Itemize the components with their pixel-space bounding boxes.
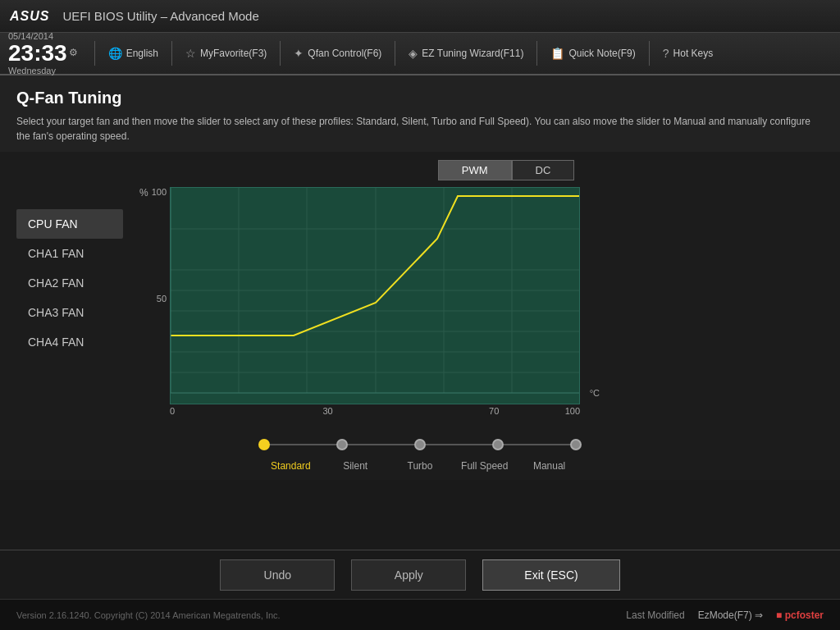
x-tick-30: 30: [322, 406, 332, 416]
divider: [280, 41, 281, 66]
quick-note-menu[interactable]: 📋 Quick Note(F9): [542, 42, 643, 65]
slider-dot-silent[interactable]: [336, 439, 348, 450]
top-bar: ASUS UEFI BIOS Utility – Advanced Mode: [0, 0, 840, 33]
bios-title: UEFI BIOS Utility – Advanced Mode: [62, 9, 258, 23]
clock-display: 23:33: [8, 42, 67, 65]
note-icon: 📋: [550, 47, 564, 60]
fan-item-cpu[interactable]: CPU FAN: [16, 209, 123, 239]
day-label: Wednesday: [8, 65, 78, 76]
hot-keys-menu[interactable]: ? Hot Keys: [655, 42, 721, 65]
qfan-menu[interactable]: ✦ Qfan Control(F6): [285, 42, 390, 65]
divider: [171, 41, 172, 66]
language-label: English: [126, 48, 158, 59]
fan-list: CPU FAN CHA1 FAN CHA2 FAN CHA3 FAN CHA4 …: [16, 209, 123, 416]
x-tick-0: 0: [170, 406, 175, 416]
datetime-block: 05/14/2014 23:33 ⚙ Wednesday: [8, 30, 78, 77]
ez-mode-button[interactable]: EzMode(F7) ⇒: [698, 609, 763, 621]
slider-label-standard: Standard: [258, 460, 323, 472]
x-unit-label: °C: [590, 388, 600, 398]
x-tick-100: 100: [565, 406, 580, 416]
x-axis-labels: 0 30 70 100: [170, 406, 580, 416]
fan-item-cha2[interactable]: CHA2 FAN: [16, 268, 123, 298]
pwm-dc-toggle: PWM DC: [189, 160, 824, 180]
chart-area: PWM DC % 100 50: [139, 160, 824, 416]
slider-track[interactable]: [248, 432, 592, 457]
pwm-button[interactable]: PWM: [438, 160, 512, 180]
chart-wrapper: % 100 50: [139, 187, 824, 416]
fan-item-cha3[interactable]: CHA3 FAN: [16, 298, 123, 327]
page-title: Q-Fan Tuning: [16, 89, 824, 107]
slider-dot-turbo[interactable]: [414, 439, 426, 450]
divider: [94, 41, 95, 66]
slider-labels: Standard Silent Turbo Full Speed Manual: [248, 460, 592, 472]
ez-tuning-menu[interactable]: ◈ EZ Tuning Wizard(F11): [400, 42, 532, 65]
fan-curve-chart: [170, 187, 580, 404]
slider-area: Standard Silent Turbo Full Speed Manual: [0, 416, 840, 480]
bottom-bar: Undo Apply Exit (ESC): [0, 550, 840, 599]
dc-button[interactable]: DC: [512, 160, 575, 180]
settings-icon[interactable]: ⚙: [69, 47, 78, 60]
fan-item-cha1[interactable]: CHA1 FAN: [16, 239, 123, 268]
fan-item-cha4[interactable]: CHA4 FAN: [16, 327, 123, 357]
ez-mode-arrow-icon: ⇒: [755, 609, 763, 621]
undo-button[interactable]: Undo: [220, 559, 335, 591]
footer-right: Last Modified EzMode(F7) ⇒ ■ pcfoster: [626, 609, 824, 621]
last-modified-label: Last Modified: [626, 609, 684, 621]
menu-bar: 05/14/2014 23:33 ⚙ Wednesday 🌐 English ☆…: [0, 33, 840, 75]
page-description: Select your target fan and then move the…: [16, 114, 824, 144]
y-tick-100: 100: [152, 187, 167, 197]
slider-dot-standard[interactable]: [258, 439, 270, 450]
footer: Version 2.16.1240. Copyright (C) 2014 Am…: [0, 599, 840, 630]
hot-keys-label: Hot Keys: [673, 48, 714, 59]
slider-label-fullspeed: Full Speed: [452, 460, 517, 472]
slider-label-silent: Silent: [323, 460, 388, 472]
ez-tuning-label: EZ Tuning Wizard(F11): [422, 48, 523, 59]
qfan-label: Qfan Control(F6): [308, 48, 381, 59]
apply-button[interactable]: Apply: [351, 559, 466, 591]
divider: [649, 41, 650, 66]
language-menu[interactable]: 🌐 English: [100, 42, 167, 65]
divider: [395, 41, 395, 66]
my-favorite-label: MyFavorite(F3): [200, 48, 267, 59]
divider: [536, 41, 537, 66]
globe-icon: 🌐: [108, 47, 122, 60]
slider-dot-manual[interactable]: [570, 439, 582, 450]
y-tick-50: 50: [152, 294, 167, 304]
pcfoster-logo: ■ pcfoster: [776, 609, 824, 621]
fan-area: CPU FAN CHA1 FAN CHA2 FAN CHA3 FAN CHA4 …: [0, 152, 840, 416]
x-tick-70: 70: [489, 406, 499, 416]
y-axis-ticks: 100 50: [152, 187, 167, 400]
slider-label-manual: Manual: [517, 460, 582, 472]
question-icon: ?: [663, 47, 669, 60]
footer-version: Version 2.16.1240. Copyright (C) 2014 Am…: [16, 610, 281, 620]
my-favorite-menu[interactable]: ☆ MyFavorite(F3): [177, 42, 275, 65]
y-axis-label: %: [139, 187, 148, 199]
main-content: Q-Fan Tuning Select your target fan and …: [0, 75, 840, 152]
slider-dot-fullspeed[interactable]: [492, 439, 504, 450]
exit-button[interactable]: Exit (ESC): [482, 559, 619, 591]
slider-label-turbo: Turbo: [388, 460, 453, 472]
chart-container: 0 30 70 100 °C: [170, 187, 580, 416]
asus-logo: ASUS: [10, 9, 49, 24]
wand-icon: ◈: [409, 47, 418, 60]
quick-note-label: Quick Note(F9): [568, 48, 635, 59]
fan-icon: ✦: [294, 47, 304, 60]
bookmark-icon: ☆: [185, 47, 196, 60]
